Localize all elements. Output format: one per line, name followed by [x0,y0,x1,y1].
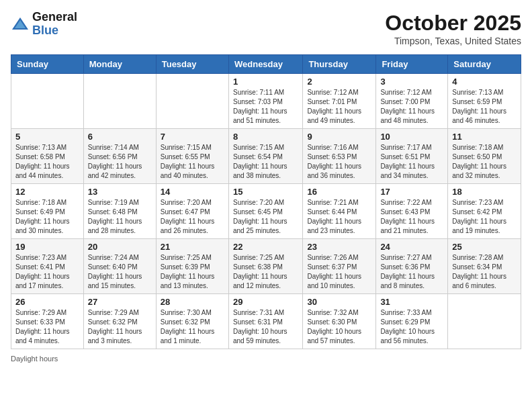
week-row-2: 5Sunrise: 7:13 AM Sunset: 6:58 PM Daylig… [11,129,521,184]
calendar-cell: 29Sunrise: 7:31 AM Sunset: 6:31 PM Dayli… [228,294,302,349]
day-number: 11 [452,132,517,142]
day-info: Sunrise: 7:33 AM Sunset: 6:29 PM Dayligh… [380,308,443,346]
weekday-header-friday: Friday [376,55,448,74]
day-info: Sunrise: 7:22 AM Sunset: 6:43 PM Dayligh… [380,198,443,236]
calendar-cell: 18Sunrise: 7:23 AM Sunset: 6:42 PM Dayli… [448,184,521,239]
day-number: 18 [452,187,517,197]
logo-general: General [32,11,77,24]
day-info: Sunrise: 7:29 AM Sunset: 6:33 PM Dayligh… [15,308,79,346]
calendar-cell: 7Sunrise: 7:15 AM Sunset: 6:55 PM Daylig… [156,129,228,184]
calendar-table: SundayMondayTuesdayWednesdayThursdayFrid… [11,54,521,349]
calendar-cell: 20Sunrise: 7:24 AM Sunset: 6:40 PM Dayli… [83,239,156,294]
day-number: 20 [88,242,152,252]
day-info: Sunrise: 7:18 AM Sunset: 6:49 PM Dayligh… [15,198,79,236]
day-number: 31 [380,297,443,307]
day-info: Sunrise: 7:18 AM Sunset: 6:50 PM Dayligh… [452,143,517,181]
day-info: Sunrise: 7:26 AM Sunset: 6:37 PM Dayligh… [307,253,371,291]
calendar-footer: Daylight hours [11,355,521,363]
day-number: 26 [15,297,79,307]
calendar-cell [448,294,521,349]
weekday-header-sunday: Sunday [11,55,84,74]
day-info: Sunrise: 7:23 AM Sunset: 6:42 PM Dayligh… [452,198,517,236]
calendar-cell: 8Sunrise: 7:15 AM Sunset: 6:54 PM Daylig… [228,129,302,184]
day-number: 23 [307,242,371,252]
calendar-cell: 4Sunrise: 7:13 AM Sunset: 6:59 PM Daylig… [448,74,521,129]
calendar-cell: 2Sunrise: 7:12 AM Sunset: 7:01 PM Daylig… [303,74,376,129]
calendar-cell: 10Sunrise: 7:17 AM Sunset: 6:51 PM Dayli… [376,129,448,184]
week-row-5: 26Sunrise: 7:29 AM Sunset: 6:33 PM Dayli… [11,294,521,349]
day-number: 12 [15,187,79,197]
day-number: 2 [307,77,371,87]
calendar-cell: 6Sunrise: 7:14 AM Sunset: 6:56 PM Daylig… [83,129,156,184]
calendar-cell [156,74,228,129]
day-info: Sunrise: 7:20 AM Sunset: 6:45 PM Dayligh… [233,198,298,236]
day-info: Sunrise: 7:17 AM Sunset: 6:51 PM Dayligh… [380,143,443,181]
day-number: 21 [161,242,224,252]
calendar-cell: 14Sunrise: 7:20 AM Sunset: 6:47 PM Dayli… [156,184,228,239]
daylight-hours-label: Daylight hours [11,355,58,363]
day-number: 16 [307,187,371,197]
day-number: 5 [15,132,79,142]
calendar-cell: 27Sunrise: 7:29 AM Sunset: 6:32 PM Dayli… [83,294,156,349]
calendar-cell: 11Sunrise: 7:18 AM Sunset: 6:50 PM Dayli… [448,129,521,184]
calendar-cell: 3Sunrise: 7:12 AM Sunset: 7:00 PM Daylig… [376,74,448,129]
calendar-cell [11,74,84,129]
day-info: Sunrise: 7:21 AM Sunset: 6:44 PM Dayligh… [307,198,371,236]
day-info: Sunrise: 7:29 AM Sunset: 6:32 PM Dayligh… [88,308,152,346]
page-header: General Blue October 2025 Timpson, Texas… [11,11,521,46]
day-number: 28 [161,297,224,307]
day-info: Sunrise: 7:11 AM Sunset: 7:03 PM Dayligh… [233,88,298,126]
calendar-cell: 26Sunrise: 7:29 AM Sunset: 6:33 PM Dayli… [11,294,84,349]
calendar-cell: 28Sunrise: 7:30 AM Sunset: 6:32 PM Dayli… [156,294,228,349]
day-info: Sunrise: 7:23 AM Sunset: 6:41 PM Dayligh… [15,253,79,291]
week-row-4: 19Sunrise: 7:23 AM Sunset: 6:41 PM Dayli… [11,239,521,294]
day-number: 6 [88,132,152,142]
weekday-header-wednesday: Wednesday [228,55,302,74]
calendar-cell [83,74,156,129]
day-number: 13 [88,187,152,197]
weekday-header-tuesday: Tuesday [156,55,228,74]
day-info: Sunrise: 7:12 AM Sunset: 7:01 PM Dayligh… [307,88,371,126]
calendar-cell: 24Sunrise: 7:27 AM Sunset: 6:36 PM Dayli… [376,239,448,294]
title-block: October 2025 Timpson, Texas, United Stat… [385,11,521,46]
day-number: 27 [88,297,152,307]
day-number: 9 [307,132,371,142]
day-info: Sunrise: 7:25 AM Sunset: 6:38 PM Dayligh… [233,253,298,291]
day-info: Sunrise: 7:20 AM Sunset: 6:47 PM Dayligh… [161,198,224,236]
calendar-cell: 19Sunrise: 7:23 AM Sunset: 6:41 PM Dayli… [11,239,84,294]
calendar-cell: 30Sunrise: 7:32 AM Sunset: 6:30 PM Dayli… [303,294,376,349]
calendar-cell: 5Sunrise: 7:13 AM Sunset: 6:58 PM Daylig… [11,129,84,184]
weekday-header-monday: Monday [83,55,156,74]
calendar-cell: 17Sunrise: 7:22 AM Sunset: 6:43 PM Dayli… [376,184,448,239]
week-row-3: 12Sunrise: 7:18 AM Sunset: 6:49 PM Dayli… [11,184,521,239]
day-info: Sunrise: 7:16 AM Sunset: 6:53 PM Dayligh… [307,143,371,181]
day-info: Sunrise: 7:28 AM Sunset: 6:34 PM Dayligh… [452,253,517,291]
day-number: 1 [233,77,298,87]
calendar-cell: 23Sunrise: 7:26 AM Sunset: 6:37 PM Dayli… [303,239,376,294]
logo-blue: Blue [32,24,77,38]
calendar-cell: 22Sunrise: 7:25 AM Sunset: 6:38 PM Dayli… [228,239,302,294]
day-info: Sunrise: 7:15 AM Sunset: 6:55 PM Dayligh… [161,143,224,181]
day-info: Sunrise: 7:30 AM Sunset: 6:32 PM Dayligh… [161,308,224,346]
day-number: 10 [380,132,443,142]
location: Timpson, Texas, United States [385,36,521,46]
day-info: Sunrise: 7:25 AM Sunset: 6:39 PM Dayligh… [161,253,224,291]
calendar-cell: 1Sunrise: 7:11 AM Sunset: 7:03 PM Daylig… [228,74,302,129]
logo-text: General Blue [32,11,77,38]
calendar-cell: 12Sunrise: 7:18 AM Sunset: 6:49 PM Dayli… [11,184,84,239]
logo-icon [11,15,30,34]
month-title: October 2025 [385,11,521,36]
day-number: 15 [233,187,298,197]
day-info: Sunrise: 7:15 AM Sunset: 6:54 PM Dayligh… [233,143,298,181]
day-info: Sunrise: 7:13 AM Sunset: 6:59 PM Dayligh… [452,88,517,126]
day-number: 22 [233,242,298,252]
calendar-cell: 9Sunrise: 7:16 AM Sunset: 6:53 PM Daylig… [303,129,376,184]
day-number: 8 [233,132,298,142]
weekday-header-saturday: Saturday [448,55,521,74]
day-number: 3 [380,77,443,87]
day-info: Sunrise: 7:24 AM Sunset: 6:40 PM Dayligh… [88,253,152,291]
weekday-header-row: SundayMondayTuesdayWednesdayThursdayFrid… [11,55,521,74]
day-number: 30 [307,297,371,307]
calendar-cell: 25Sunrise: 7:28 AM Sunset: 6:34 PM Dayli… [448,239,521,294]
weekday-header-thursday: Thursday [303,55,376,74]
